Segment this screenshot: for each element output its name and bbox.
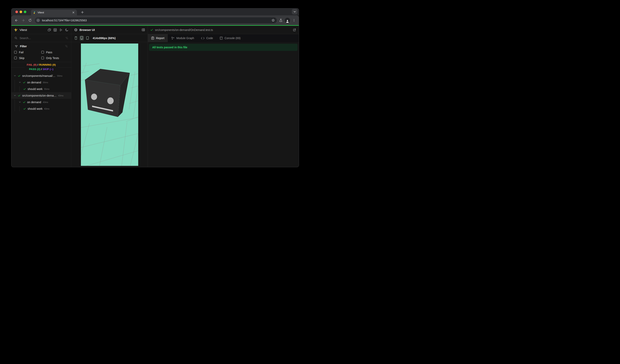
- test-tree: src/components/manual/…56mson demand56ms…: [11, 73, 71, 167]
- checkbox[interactable]: [14, 57, 17, 59]
- sidebar-header: Vitest: [11, 26, 71, 34]
- bookmark-star-icon[interactable]: [270, 18, 276, 23]
- browser-menu-icon[interactable]: [292, 18, 296, 22]
- test-suite-row[interactable]: on demand56ms: [11, 79, 71, 86]
- toolbar-right: [279, 18, 296, 23]
- file-pass-check-icon: [150, 28, 153, 31]
- report-panel: src/components/on-demand/OnDemand.test.t…: [148, 26, 299, 167]
- all-tests-passed-banner: All tests passed in this file: [149, 44, 298, 51]
- minimize-window-button[interactable]: [20, 11, 22, 13]
- dock-panel-right-icon[interactable]: [141, 28, 145, 32]
- test-summary: FAIL (0)/RUNNING (0) PASS (2)/SKIP (--): [11, 62, 71, 73]
- test-name: on demand: [27, 81, 41, 84]
- pass-check-icon: [23, 101, 26, 103]
- globe-icon: [74, 28, 78, 32]
- banner-text: All tests passed in this file: [152, 46, 187, 49]
- checkbox[interactable]: [14, 51, 17, 54]
- test-file-row[interactable]: src/components/on-dema…43ms: [11, 92, 71, 99]
- chevron-down-icon[interactable]: [19, 81, 21, 83]
- test-duration: 43ms: [43, 101, 48, 103]
- checkbox-label: Fail: [19, 51, 24, 54]
- search-input[interactable]: [20, 37, 63, 40]
- browser-window: Vitest localhost:5173/#/?file=1828625563: [11, 8, 299, 167]
- vitest-favicon-icon: [33, 11, 36, 14]
- url-text[interactable]: localhost:5173/#/?file=1828625563: [42, 19, 269, 22]
- preview-stage: [71, 42, 148, 167]
- close-tab-icon[interactable]: [72, 11, 75, 14]
- tab-module-graph[interactable]: Module Graph: [168, 34, 198, 42]
- report-body: All tests passed in this file: [148, 42, 299, 167]
- test-name: src/components/on-dema…: [22, 94, 57, 97]
- address-bar[interactable]: localhost:5173/#/?file=1828625563: [35, 17, 277, 23]
- test-name: on demand: [27, 101, 41, 104]
- device-phone-plus-icon[interactable]: [79, 36, 84, 41]
- chevron-down-icon[interactable]: [14, 75, 16, 77]
- fail-count: FAIL (0): [27, 63, 37, 66]
- run-all-icon[interactable]: [59, 28, 63, 32]
- code-icon: [201, 37, 204, 40]
- tab-console-69[interactable]: Console (69): [216, 34, 244, 42]
- open-file-path: src/components/on-demand/OnDemand.test.t…: [155, 28, 291, 31]
- filter-section: Filter FailPassSkipOnly Tests: [11, 42, 71, 62]
- checkbox[interactable]: [41, 51, 44, 54]
- vitest-sidebar: Vitest: [11, 26, 71, 167]
- test-file-row[interactable]: src/components/manual/…56ms: [11, 73, 71, 79]
- tab-label: Report: [156, 37, 164, 40]
- search-icon: [14, 36, 18, 40]
- test-name: src/components/manual/…: [22, 74, 56, 77]
- tab-title: Vitest: [38, 11, 70, 14]
- tab-search-chevron-button[interactable]: [292, 9, 297, 14]
- new-tab-button[interactable]: [80, 10, 84, 14]
- filter-option-fail[interactable]: Fail: [14, 49, 41, 55]
- preview-windows-icon[interactable]: [47, 28, 51, 32]
- test-duration: 43ms: [44, 108, 49, 110]
- dark-mode-moon-icon[interactable]: [65, 28, 69, 32]
- checkbox-label: Only Tests: [46, 57, 59, 60]
- running-count: RUNNING (0): [39, 63, 56, 66]
- open-external-icon[interactable]: [293, 28, 296, 32]
- tested-app-viewport[interactable]: [81, 44, 138, 166]
- filter-options: FailPassSkipOnly Tests: [14, 49, 68, 61]
- maximize-window-button[interactable]: [24, 11, 26, 13]
- browser-tab[interactable]: Vitest: [31, 10, 77, 15]
- test-name: should work: [28, 107, 43, 110]
- tab-label: Console (69): [225, 37, 240, 40]
- vitest-logo-icon: [14, 28, 18, 32]
- browser-ui-title: Browser UI: [79, 28, 140, 31]
- test-case-row[interactable]: should work43ms: [11, 105, 71, 112]
- clear-search-filter-icon[interactable]: [65, 36, 69, 40]
- device-phone-small-icon[interactable]: [74, 36, 78, 41]
- filter-option-only-tests[interactable]: Only Tests: [41, 55, 68, 61]
- site-info-icon[interactable]: [36, 18, 40, 23]
- tab-report[interactable]: Report: [148, 34, 168, 42]
- pass-check-icon: [23, 81, 26, 84]
- report-tab-bar: ReportModule GraphCodeConsole (69): [148, 34, 299, 42]
- tab-code[interactable]: Code: [198, 34, 216, 42]
- filter-funnel-icon: [14, 44, 18, 48]
- chevron-down-icon[interactable]: [14, 94, 16, 97]
- test-suite-row[interactable]: on demand43ms: [11, 99, 71, 105]
- test-case-row[interactable]: should work55ms: [11, 86, 71, 92]
- app-title: Vitest: [20, 28, 46, 31]
- filter-option-skip[interactable]: Skip: [14, 55, 41, 61]
- filter-title: Filter: [20, 45, 62, 48]
- close-window-button[interactable]: [16, 11, 18, 13]
- profile-avatar[interactable]: [285, 18, 290, 23]
- dashboard-icon[interactable]: [53, 28, 57, 32]
- device-tablet-icon[interactable]: [85, 36, 90, 41]
- test-duration: 56ms: [57, 75, 62, 77]
- clear-filter-icon[interactable]: [64, 44, 68, 48]
- reload-button[interactable]: [27, 17, 33, 23]
- experiments-flask-icon[interactable]: [279, 18, 283, 22]
- browser-ui-panel: Browser UI 414x896px (68%): [71, 26, 148, 167]
- test-duration: 43ms: [58, 94, 63, 97]
- chevron-down-icon[interactable]: [19, 101, 21, 103]
- pass-count: PASS (2): [29, 68, 40, 71]
- traffic-lights: [16, 11, 26, 13]
- filter-option-pass[interactable]: Pass: [41, 49, 68, 55]
- checkbox[interactable]: [41, 57, 44, 59]
- forward-button[interactable]: [20, 17, 26, 23]
- back-button[interactable]: [13, 17, 19, 23]
- checkbox-label: Skip: [19, 57, 24, 60]
- search-row: [11, 34, 71, 42]
